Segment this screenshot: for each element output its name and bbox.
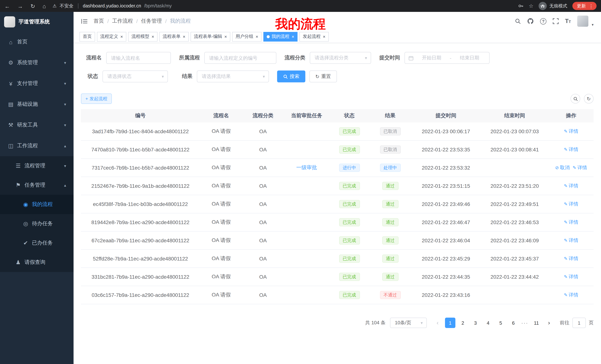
close-icon[interactable]: × [256, 34, 258, 39]
tab-process-form-edit[interactable]: 流程表单-编辑× [190, 32, 230, 41]
github-icon[interactable] [527, 18, 534, 25]
update-button[interactable]: 更新 ⋮ [572, 2, 597, 10]
sidebar-item-task-mgmt[interactable]: ⚑任务管理▴ [0, 175, 74, 195]
date-end-placeholder[interactable]: 结束日期 [453, 55, 485, 61]
cell-submit-time: 2022-01-22 23:46:47 [411, 213, 480, 231]
close-icon[interactable]: × [183, 34, 185, 39]
category-select[interactable]: 请选择流程分类 ▾ [310, 52, 371, 64]
detail-link[interactable]: ✎详情 [564, 201, 578, 207]
cell-status: 已完成 [330, 268, 369, 286]
tab-start-process[interactable]: 发起流程× [299, 32, 329, 41]
tab-home[interactable]: 首页 [80, 32, 95, 41]
pager-more[interactable]: ··· [520, 320, 530, 326]
address-bar[interactable]: ⚠ 不安全 dashboard.yudao.iocoder.cn/bpm/tas… [52, 3, 172, 9]
process-def-input[interactable] [204, 52, 276, 64]
submit-time-range[interactable]: 开始日期 - 结束日期 [404, 52, 490, 64]
current-task-link[interactable]: 一级审批 [296, 164, 317, 171]
back-icon[interactable]: ← [4, 3, 10, 9]
breadcrumb-item[interactable]: 首页 [94, 18, 104, 25]
close-icon[interactable]: × [224, 34, 227, 39]
search-icon[interactable] [515, 18, 521, 24]
sidebar-item-payment-mgmt[interactable]: ¥支付管理▾ [0, 73, 74, 94]
close-icon[interactable]: × [151, 34, 154, 39]
page-button-11[interactable]: 11 [531, 318, 541, 328]
sidebar-item-todo-task[interactable]: ◎待办任务 [0, 214, 74, 233]
detail-link[interactable]: ✎详情 [573, 164, 587, 171]
kebab-menu-icon[interactable]: ⋮ [589, 3, 594, 8]
breadcrumb-item[interactable]: 任务管理 [141, 18, 162, 25]
sidebar-item-system-mgmt[interactable]: ⚙系统管理▾ [0, 52, 74, 73]
forward-icon[interactable]: → [18, 3, 23, 9]
cell-actions: ✎详情 [549, 141, 593, 158]
reset-button[interactable]: ↻ 重置 [310, 70, 337, 82]
detail-link[interactable]: ✎详情 [564, 255, 578, 262]
goto-page-input[interactable] [572, 318, 586, 328]
sidebar-item-process-mgmt[interactable]: ☰流程管理▾ [0, 156, 74, 175]
search-toggle-button[interactable] [571, 94, 580, 104]
next-page-button[interactable]: › [544, 318, 554, 328]
result-select[interactable]: 请选择流结果 ▾ [197, 70, 269, 82]
page-size-select[interactable]: 10条/页 ▾ [390, 318, 427, 328]
sidebar-item-my-process[interactable]: ◉我的流程 [0, 195, 74, 214]
page-button-5[interactable]: 5 [496, 318, 506, 328]
detail-link[interactable]: ✎详情 [564, 146, 578, 153]
sidebar-item-infrastructure[interactable]: ▤基础设施▾ [0, 94, 74, 115]
page-button-1[interactable]: 1 [445, 318, 455, 328]
fullscreen-icon[interactable] [553, 18, 559, 24]
start-process-button[interactable]: + 发起流程 [81, 94, 112, 104]
status-select[interactable]: 请选择状态 ▾ [102, 70, 168, 82]
page-button-2[interactable]: 2 [458, 318, 468, 328]
page-button-3[interactable]: 3 [470, 318, 481, 328]
cell-process-name: OA 请假 [200, 268, 242, 286]
close-icon[interactable]: × [323, 34, 325, 39]
page-button-4[interactable]: 4 [483, 318, 493, 328]
cell-end-time: 2022-01-22 23:46:09 [480, 231, 549, 249]
date-start-placeholder[interactable]: 开始日期 [416, 55, 448, 61]
action-label: 取消 [560, 164, 570, 171]
search-button[interactable]: 搜索 [277, 70, 305, 82]
font-size-icon[interactable]: TT [565, 18, 571, 25]
sidebar-item-label: 已办任务 [32, 240, 53, 246]
chevron-down-icon: ▾ [365, 56, 367, 60]
key-icon[interactable] [518, 3, 523, 9]
tab-user-group[interactable]: 用户分组× [232, 32, 261, 41]
tab-my-process[interactable]: 我的流程× [263, 32, 298, 41]
tab-process-form[interactable]: 流程表单× [159, 32, 189, 41]
reload-icon[interactable]: ↻ [30, 3, 35, 9]
breadcrumb-item[interactable]: 工作流程 [112, 18, 133, 25]
prev-page-button[interactable]: ‹ [432, 318, 443, 328]
sidebar-item-home[interactable]: ⌂首页 [0, 31, 74, 52]
sidebar-item-workflow[interactable]: ◫工作流程▴ [0, 135, 74, 156]
main-area: 首页/工作流程/任务管理/我的流程 ? TT ▾ 首页流程定义×流程模型 [74, 12, 601, 364]
page-button-6[interactable]: 6 [508, 318, 519, 328]
action-label: 详情 [569, 292, 578, 298]
sidebar-item-leave-query[interactable]: ♟请假查询 [0, 253, 74, 272]
cell-end-time [480, 286, 549, 304]
caret-down-icon[interactable]: ▾ [592, 22, 594, 27]
cancel-link[interactable]: ⊘取消 [555, 164, 570, 171]
security-label[interactable]: 不安全 [60, 3, 74, 9]
detail-link[interactable]: ✎详情 [564, 273, 578, 280]
detail-link[interactable]: ✎详情 [564, 182, 578, 189]
tab-process-definition[interactable]: 流程定义× [97, 32, 126, 41]
menu-fold-icon[interactable] [81, 18, 88, 24]
sidebar-item-devtools[interactable]: ⚒研发工具▾ [0, 115, 74, 135]
detail-link[interactable]: ✎详情 [564, 219, 578, 226]
help-icon[interactable]: ? [540, 18, 546, 24]
detail-link[interactable]: ✎详情 [564, 237, 578, 244]
process-name-input[interactable] [106, 52, 171, 64]
avatar[interactable] [577, 16, 588, 27]
close-icon[interactable]: × [291, 34, 294, 39]
tab-process-model[interactable]: 流程模型× [128, 32, 158, 41]
detail-link[interactable]: ✎详情 [564, 292, 578, 298]
edit-icon: ✎ [564, 184, 568, 188]
browser-home-icon[interactable]: ⌂ [42, 3, 46, 9]
detail-link[interactable]: ✎详情 [564, 128, 578, 135]
close-icon[interactable]: × [120, 34, 123, 39]
sidebar-item-done-task[interactable]: ✔已办任务 [0, 233, 74, 253]
chevron-down-icon: ▾ [64, 81, 66, 86]
bookmark-star-icon[interactable]: ☆ [529, 3, 533, 9]
refresh-button[interactable]: ↻ [584, 94, 594, 104]
cell-submit-time: 2022-01-22 23:51:15 [411, 177, 480, 195]
column-header: 当前审批任务 [283, 109, 330, 123]
